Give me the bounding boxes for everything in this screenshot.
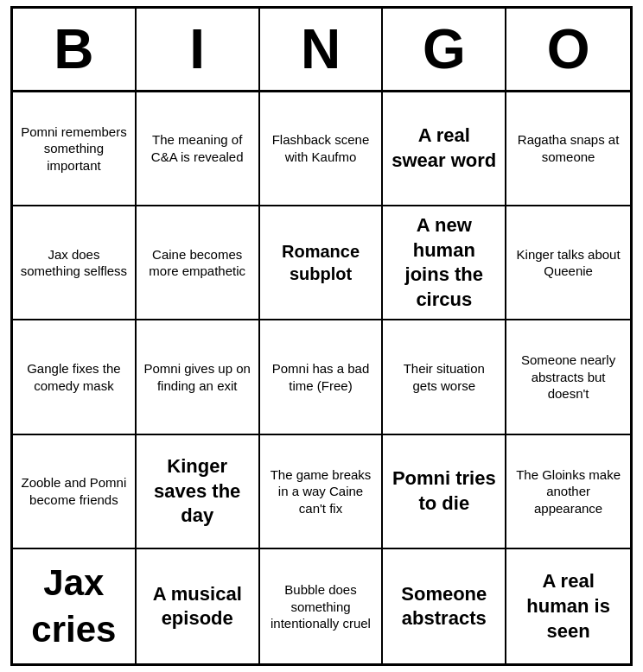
bingo-cell-8[interactable]: Romance subplot bbox=[260, 206, 384, 320]
bingo-letter-b: B bbox=[13, 9, 137, 90]
bingo-cell-4[interactable]: A real swear word bbox=[383, 92, 506, 206]
bingo-letter-g: G bbox=[383, 9, 506, 90]
bingo-cell-18[interactable]: The game breaks in a way Caine can't fix bbox=[260, 435, 384, 549]
bingo-cell-13[interactable]: Pomni has a bad time (Free) bbox=[260, 320, 384, 434]
bingo-cell-23[interactable]: Bubble does something intentionally crue… bbox=[260, 549, 384, 663]
bingo-grid: Pomni remembers something importantThe m… bbox=[13, 92, 630, 664]
bingo-cell-3[interactable]: Flashback scene with Kaufmo bbox=[260, 92, 384, 206]
bingo-cell-10[interactable]: Kinger talks about Queenie bbox=[506, 206, 630, 320]
bingo-letter-o: O bbox=[506, 9, 630, 90]
bingo-cell-11[interactable]: Gangle fixes the comedy mask bbox=[13, 320, 137, 434]
bingo-cell-9[interactable]: A new human joins the circus bbox=[383, 206, 506, 320]
bingo-cell-17[interactable]: Kinger saves the day bbox=[137, 435, 260, 549]
bingo-cell-14[interactable]: Their situation gets worse bbox=[383, 320, 506, 434]
bingo-cell-25[interactable]: A real human is seen bbox=[506, 549, 630, 663]
bingo-header: BINGO bbox=[13, 9, 630, 92]
bingo-card: BINGO Pomni remembers something importan… bbox=[10, 6, 633, 667]
bingo-cell-21[interactable]: Jax cries bbox=[13, 549, 137, 663]
bingo-cell-12[interactable]: Pomni gives up on finding an exit bbox=[137, 320, 260, 434]
bingo-cell-1[interactable]: Pomni remembers something important bbox=[13, 92, 137, 206]
bingo-letter-i: I bbox=[137, 9, 260, 90]
bingo-cell-15[interactable]: Someone nearly abstracts but doesn't bbox=[506, 320, 630, 434]
bingo-cell-6[interactable]: Jax does something selfless bbox=[13, 206, 137, 320]
bingo-cell-19[interactable]: Pomni tries to die bbox=[383, 435, 506, 549]
bingo-cell-7[interactable]: Caine becomes more empathetic bbox=[137, 206, 260, 320]
bingo-cell-5[interactable]: Ragatha snaps at someone bbox=[506, 92, 630, 206]
bingo-cell-24[interactable]: Someone abstracts bbox=[383, 549, 506, 663]
bingo-cell-2[interactable]: The meaning of C&A is revealed bbox=[137, 92, 260, 206]
bingo-cell-22[interactable]: A musical episode bbox=[137, 549, 260, 663]
bingo-cell-16[interactable]: Zooble and Pomni become friends bbox=[13, 435, 137, 549]
bingo-letter-n: N bbox=[260, 9, 384, 90]
bingo-cell-20[interactable]: The Gloinks make another appearance bbox=[506, 435, 630, 549]
